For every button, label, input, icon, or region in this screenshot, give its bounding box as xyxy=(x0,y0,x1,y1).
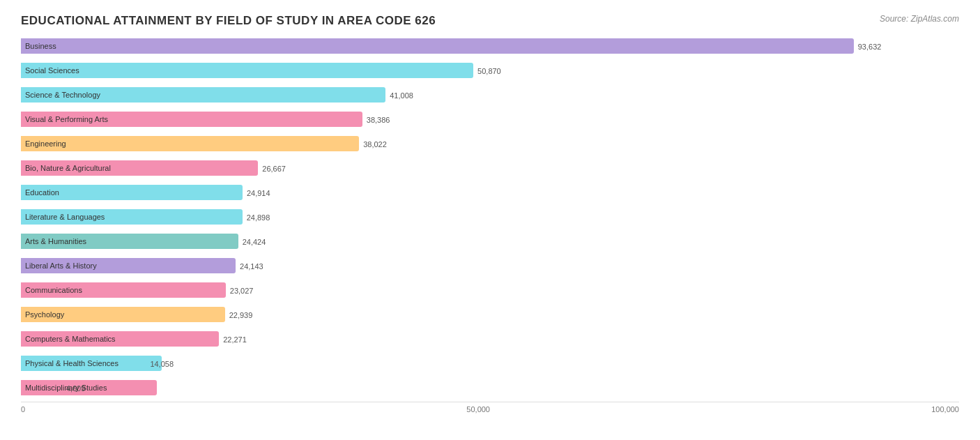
bar: Education xyxy=(21,185,243,200)
x-axis-label-0: 0 xyxy=(21,405,25,414)
bar-label: Multidisciplinary Studies xyxy=(25,384,107,392)
bar-row: Literature & Languages 24,898 xyxy=(21,206,959,229)
bar-value: 24,898 xyxy=(247,213,270,222)
bar-value: 50,870 xyxy=(477,67,501,75)
bar-wrapper: Arts & Humanities 24,424 xyxy=(21,234,910,250)
bar-value: 22,271 xyxy=(223,335,247,344)
bar-value: 38,386 xyxy=(367,116,390,124)
bar-label: Education xyxy=(25,188,59,197)
x-axis-label-100k: 100,000 xyxy=(931,405,959,414)
bar-wrapper: Computers & Mathematics 22,271 xyxy=(21,331,910,348)
bar: Computers & Mathematics xyxy=(21,331,219,347)
bar-wrapper: Multidisciplinary Studies 4,609 xyxy=(21,380,910,397)
bar-label: Communications xyxy=(25,286,82,294)
bar-label: Business xyxy=(25,42,56,50)
bar-row: Psychology 22,939 xyxy=(21,303,959,326)
bar-wrapper: Physical & Health Sciences 14,058 xyxy=(21,356,910,372)
bar: Science & Technology xyxy=(21,87,385,103)
bar-wrapper: Engineering 38,022 xyxy=(21,136,910,153)
bar: Visual & Performing Arts xyxy=(21,112,362,127)
bar-row: Education 24,914 xyxy=(21,181,959,204)
bar-row: Computers & Mathematics 22,271 xyxy=(21,328,959,351)
bar-row: Social Sciences 50,870 xyxy=(21,59,959,82)
bar-row: Bio, Nature & Agricultural 26,667 xyxy=(21,157,959,180)
bar: Engineering xyxy=(21,136,359,151)
bar: Psychology xyxy=(21,307,225,322)
bar-value: 24,914 xyxy=(247,189,270,197)
bar-wrapper: Literature & Languages 24,898 xyxy=(21,209,910,226)
bar-wrapper: Bio, Nature & Agricultural 26,667 xyxy=(21,160,910,177)
bar-label: Physical & Health Sciences xyxy=(25,359,118,367)
bar-label: Literature & Languages xyxy=(25,213,105,221)
bar-row: Business 93,632 xyxy=(21,35,959,58)
bar-wrapper: Psychology 22,939 xyxy=(21,307,910,324)
bar: Business xyxy=(21,38,854,54)
bar-value: 23,027 xyxy=(230,287,254,295)
bar-label: Computers & Mathematics xyxy=(25,335,116,343)
bar-value: 38,022 xyxy=(363,140,387,149)
bar-wrapper: Liberal Arts & History 24,143 xyxy=(21,258,910,275)
bar-row: Physical & Health Sciences 14,058 xyxy=(21,352,959,375)
bar-value: 24,424 xyxy=(243,238,266,246)
bar-row: Engineering 38,022 xyxy=(21,132,959,155)
x-axis-label-50k: 50,000 xyxy=(466,405,490,414)
bar: Multidisciplinary Studies xyxy=(21,380,157,395)
bar-label: Liberal Arts & History xyxy=(25,261,97,270)
chart-area: Business 93,632 Social Sciences 50,870 S… xyxy=(21,35,959,425)
bar-label: Bio, Nature & Agricultural xyxy=(25,164,111,172)
bar-wrapper: Science & Technology 41,008 xyxy=(21,87,910,104)
bar-value: 41,008 xyxy=(390,91,413,100)
bar-wrapper: Communications 23,027 xyxy=(21,282,910,299)
bar: Social Sciences xyxy=(21,63,473,78)
bar-label: Psychology xyxy=(25,310,64,319)
bar: Liberal Arts & History xyxy=(21,258,236,273)
chart-title: EDUCATIONAL ATTAINMENT BY FIELD OF STUDY… xyxy=(21,14,959,28)
bar-value: 22,939 xyxy=(229,311,253,319)
bar-wrapper: Business 93,632 xyxy=(21,38,910,55)
bars-section: Business 93,632 Social Sciences 50,870 S… xyxy=(21,35,959,397)
bar-row: Communications 23,027 xyxy=(21,279,959,302)
bar-wrapper: Education 24,914 xyxy=(21,185,910,202)
bar-value: 14,058 xyxy=(150,360,174,368)
chart-source: Source: ZipAtlas.com xyxy=(880,14,959,24)
bar-value: 93,632 xyxy=(858,43,882,51)
bar: Communications xyxy=(21,282,226,298)
bar-row: Science & Technology 41,008 xyxy=(21,84,959,107)
bar: Physical & Health Sciences xyxy=(21,356,162,371)
bar: Arts & Humanities xyxy=(21,234,238,249)
x-axis: 0 50,000 100,000 xyxy=(21,402,959,414)
bar-label: Science & Technology xyxy=(25,91,100,99)
bar-row: Liberal Arts & History 24,143 xyxy=(21,255,959,278)
bar: Bio, Nature & Agricultural xyxy=(21,160,258,176)
bar-value: 24,143 xyxy=(240,262,263,271)
bar-label: Visual & Performing Arts xyxy=(25,115,108,123)
bar-label: Engineering xyxy=(25,139,66,148)
bar: Literature & Languages xyxy=(21,209,243,225)
bar-row: Arts & Humanities 24,424 xyxy=(21,230,959,253)
bar-row: Multidisciplinary Studies 4,609 xyxy=(21,377,959,400)
bar-label: Social Sciences xyxy=(25,66,79,75)
bar-value: 26,667 xyxy=(262,165,286,173)
chart-container: EDUCATIONAL ATTAINMENT BY FIELD OF STUDY… xyxy=(0,0,980,440)
bar-wrapper: Visual & Performing Arts 38,386 xyxy=(21,112,910,128)
bar-row: Visual & Performing Arts 38,386 xyxy=(21,108,959,131)
bar-label: Arts & Humanities xyxy=(25,237,86,245)
bar-wrapper: Social Sciences 50,870 xyxy=(21,63,910,79)
